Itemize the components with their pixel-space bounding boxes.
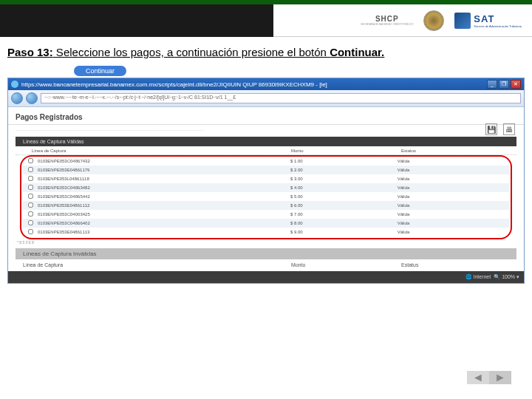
cell-monto: $ 6.00 (290, 203, 398, 208)
pagos-registrados-header: Pagos Registrados (8, 110, 524, 125)
cell-estatus: Válida (398, 230, 509, 234)
continuar-button[interactable]: Continuar (74, 66, 126, 76)
rows-highlight: 0103ENPE053C04867432 $ 1.00 Válida 0103E… (20, 155, 512, 239)
th-estatus-2: Estatus (401, 262, 516, 267)
sat-text: SAT (474, 13, 522, 24)
logos: SHCP SECRETARÍA DE HACIENDA Y CRÉDITO PÚ… (361, 10, 526, 31)
cell-linea: 0103ENPE053C04866402 (38, 221, 290, 225)
cell-linea: 0103ENPE053C04863482 (38, 185, 290, 190)
table-row: 0103ENPE053C04866402 $ 8.00 Válida (23, 219, 509, 228)
internet-zone: 🌐 Internet (466, 274, 491, 280)
cell-monto: $ 3.00 (290, 177, 398, 181)
th-linea: Línea de Captura (16, 149, 291, 153)
step-instruction: Paso 13: Seleccione los pagos, a continu… (0, 37, 532, 64)
status-bar: 🌐 Internet 🔍 100% ▾ (8, 271, 524, 283)
cell-monto: $ 7.00 (290, 212, 398, 216)
cell-estatus: Válida (398, 168, 509, 172)
cell-linea: 0103ENPE053C04003425 (38, 212, 290, 216)
row-checkbox[interactable] (28, 220, 33, 225)
window-title: https://www.bancanetempresarial.banamex.… (21, 81, 487, 88)
cell-estatus: Válida (398, 203, 509, 208)
cell-estatus: Válida (398, 221, 509, 225)
cell-estatus: Válida (398, 194, 509, 199)
cell-monto: $ 5.00 (290, 194, 398, 199)
table-row: 0103ENPE053C04003425 $ 7.00 Válida (23, 210, 509, 219)
title-block (0, 4, 273, 37)
cell-estatus: Válida (398, 212, 509, 216)
cell-linea: 0103ENPE053E04861179 (38, 168, 290, 172)
cell-linea: 0103ENPE053C04865442 (38, 194, 290, 199)
table-row: 0103ENPE053E04861113 $ 9.00 Válida (23, 228, 509, 236)
table-row: 0103ENPE053E04861179 $ 2.00 Válida (23, 166, 509, 174)
cell-estatus: Válida (398, 185, 509, 190)
next-slide-button[interactable]: ► (489, 371, 511, 384)
table-row: 0103ENPE053L04861118 $ 3.00 Válida (23, 174, 509, 183)
row-checkbox[interactable] (28, 167, 33, 172)
prev-slide-button[interactable]: ◄ (467, 371, 489, 384)
row-checkbox[interactable] (28, 176, 33, 181)
row-checkbox[interactable] (28, 229, 33, 234)
maximize-button[interactable]: ❐ (499, 80, 509, 89)
cell-monto: $ 1.00 (290, 159, 398, 163)
row-checkbox[interactable] (28, 158, 33, 163)
cell-monto: $ 4.00 (290, 185, 398, 190)
th-monto: Monto (291, 149, 401, 153)
cell-monto: $ 2.00 (290, 168, 398, 172)
shcp-subtext: SECRETARÍA DE HACIENDA Y CRÉDITO PÚBLICO (361, 23, 413, 26)
ie-icon (11, 81, 18, 88)
cell-linea: 0103ENPE053L04861118 (38, 177, 290, 181)
cell-estatus: Válida (398, 177, 509, 181)
table-row: 0103ENPE053C04865442 $ 5.00 Válida (23, 192, 509, 201)
sat-cube-icon (454, 13, 471, 29)
row-checkbox[interactable] (28, 185, 33, 190)
cell-monto: $ 8.00 (290, 221, 398, 225)
title-bar: https://www.bancanetempresarial.banamex.… (8, 78, 524, 90)
table-row: 0103ENPE053C04863482 $ 4.00 Válida (23, 183, 509, 192)
shcp-logo: SHCP SECRETARÍA DE HACIENDA Y CRÉDITO PÚ… (361, 15, 413, 26)
back-button[interactable] (11, 92, 23, 104)
row-checkbox[interactable] (28, 202, 33, 208)
table-row: 0103ENPE053C04867432 $ 1.00 Válida (23, 157, 509, 166)
cell-monto: $ 9.00 (290, 230, 398, 234)
tiny-text: * 8 5 0 6 8 (8, 239, 524, 245)
th-estatus: Estatus (401, 149, 516, 153)
minimize-button[interactable]: _ (487, 80, 497, 89)
zoom-level: 🔍 100% ▾ (494, 274, 519, 280)
cell-linea: 0103ENPE053E04861113 (38, 230, 290, 234)
sat-subtext: Servicio de Administración Tributaria (474, 24, 522, 28)
sat-logo: SAT Servicio de Administración Tributari… (454, 13, 522, 29)
table-header-invalid: Línea de Captura Monto Estatus (16, 259, 516, 270)
section-validas: Líneas de Captura Válidas (16, 137, 516, 146)
th-monto-2: Monto (291, 262, 401, 267)
cell-linea: 0103ENPE053E04861112 (38, 203, 290, 208)
slide-header: SHCP SECRETARÍA DE HACIENDA Y CRÉDITO PÚ… (0, 4, 532, 37)
mexico-seal-icon (423, 10, 444, 31)
table-row: 0103ENPE053E04861112 $ 6.00 Válida (23, 201, 509, 210)
step-body: Seleccione los pagos, a continuación pre… (53, 46, 330, 58)
cell-linea: 0103ENPE053C04867432 (38, 159, 290, 163)
cell-estatus: Válida (398, 159, 509, 163)
print-icon[interactable]: 🖶 (503, 123, 515, 135)
section-invalidas: Líneas de Captura Inválidas (16, 248, 516, 259)
address-bar[interactable]: ···:··www.·····te··m·e···l.·····x.···.··… (41, 93, 521, 103)
shcp-text: SHCP (375, 15, 399, 23)
table-header: Línea de Captura Monto Estatus (16, 146, 516, 155)
page-content: 💾 🖶 Pagos Registrados ··················… (8, 107, 524, 283)
close-button[interactable]: ✕ (511, 80, 521, 89)
subtext: ········································… (8, 125, 524, 135)
browser-window: https://www.bancanetempresarial.banamex.… (7, 78, 525, 284)
row-checkbox[interactable] (28, 194, 33, 199)
step-prefix: Paso 13: (7, 46, 53, 58)
forward-button[interactable] (26, 92, 38, 104)
row-checkbox[interactable] (28, 211, 33, 216)
step-button-name: Continuar. (330, 46, 384, 58)
save-icon[interactable]: 💾 (485, 123, 497, 135)
th-linea-2: Línea de Captura (16, 262, 291, 267)
nav-bar: ···:··www.·····te··m·e···l.·····x.···.··… (8, 90, 524, 107)
